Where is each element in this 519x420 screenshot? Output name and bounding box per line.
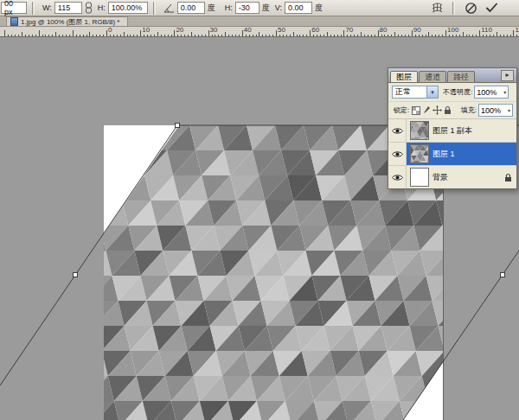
commit-transform-button[interactable] bbox=[483, 1, 500, 16]
fill-value: 100% bbox=[481, 106, 501, 115]
degree-unit-label: 度 bbox=[208, 3, 215, 14]
lock-image-icon[interactable] bbox=[421, 105, 432, 117]
document-icon bbox=[10, 17, 18, 26]
chevron-down-icon[interactable]: ▾ bbox=[506, 107, 512, 113]
blend-mode-select[interactable]: 正常 ▼ bbox=[392, 86, 439, 99]
layer-thumbnail[interactable] bbox=[410, 144, 429, 163]
opacity-label: 不透明度: bbox=[443, 87, 472, 97]
cancel-transform-button[interactable] bbox=[462, 1, 479, 16]
horizontal-ruler[interactable]: 0102030405060708090100110120 bbox=[0, 27, 519, 37]
separator bbox=[153, 2, 156, 15]
v-skew-field[interactable]: 0.00 bbox=[285, 2, 312, 14]
blend-options-row: 正常 ▼ 不透明度: 100% ▾ bbox=[388, 83, 516, 102]
layer-lock-icon bbox=[504, 173, 512, 182]
visibility-eye-icon[interactable] bbox=[388, 119, 407, 142]
layer-name[interactable]: 图层 1 bbox=[432, 149, 455, 160]
options-bar: 00 px W: 115 H: 100.00% 0.00 度 H: -30 度 … bbox=[0, 0, 519, 16]
panel-menu-button[interactable]: ▸ bbox=[501, 70, 514, 81]
fill-field[interactable]: 100% ▾ bbox=[478, 104, 513, 117]
width-label: W: bbox=[42, 3, 52, 12]
layer-thumbnail[interactable] bbox=[410, 121, 429, 140]
layer-row-background[interactable]: 背景 bbox=[388, 166, 516, 188]
document-tab-strip: 1.jpg @ 100% (图层 1, RGB/8) * bbox=[0, 16, 519, 27]
tab-layers[interactable]: 图层 bbox=[390, 71, 418, 82]
lock-label: 锁定: bbox=[394, 105, 409, 115]
width-field[interactable]: 115 bbox=[54, 2, 82, 14]
chevron-down-icon[interactable]: ▼ bbox=[426, 86, 438, 98]
rotate-field[interactable]: 0.00 bbox=[177, 2, 205, 14]
opacity-value: 100% bbox=[477, 88, 497, 97]
tab-channels[interactable]: 通道 bbox=[419, 71, 446, 82]
layer-row[interactable]: 图层 1 副本 bbox=[388, 119, 516, 143]
degree-unit-label: 度 bbox=[315, 3, 323, 14]
lock-position-icon[interactable] bbox=[432, 105, 442, 117]
height-label: H: bbox=[98, 3, 106, 12]
chevron-down-icon[interactable]: ▾ bbox=[502, 89, 508, 95]
lock-all-icon[interactable] bbox=[442, 105, 452, 117]
document-title: 1.jpg @ 100% (图层 1, RGB/8) * bbox=[21, 17, 119, 27]
document-tab[interactable]: 1.jpg @ 100% (图层 1, RGB/8) * bbox=[6, 16, 128, 26]
rotate-angle-icon bbox=[163, 3, 175, 13]
layer-row-selected[interactable]: 图层 1 bbox=[388, 143, 516, 166]
visibility-eye-icon[interactable] bbox=[388, 166, 407, 188]
height-field[interactable]: 100.00% bbox=[108, 2, 148, 14]
separator bbox=[32, 2, 35, 15]
link-dimensions-icon[interactable] bbox=[85, 2, 93, 14]
lock-transparency-icon[interactable] bbox=[411, 105, 421, 117]
fill-label: 填充: bbox=[461, 105, 477, 115]
layer-name[interactable]: 图层 1 副本 bbox=[432, 125, 472, 137]
degree-unit-label: 度 bbox=[262, 3, 270, 14]
warp-mode-button[interactable] bbox=[428, 1, 445, 16]
blend-mode-value: 正常 bbox=[393, 86, 426, 98]
y-position-field-partial[interactable]: 00 px bbox=[1, 2, 27, 14]
v-skew-label: V: bbox=[275, 3, 282, 12]
opacity-field[interactable]: 100% ▾ bbox=[474, 86, 509, 99]
layers-panel: 图层 通道 路径 ▸ 正常 ▼ 不透明度: 100% ▾ 锁定: 填充: 100… bbox=[388, 67, 517, 189]
visibility-eye-icon[interactable] bbox=[388, 143, 407, 165]
separator bbox=[452, 2, 455, 15]
tab-paths[interactable]: 路径 bbox=[447, 71, 475, 82]
layer-name[interactable]: 背景 bbox=[432, 172, 448, 183]
layer-thumbnail[interactable] bbox=[410, 168, 429, 187]
h-skew-label: H: bbox=[225, 3, 233, 12]
lock-options-row: 锁定: 填充: 100% ▾ bbox=[388, 102, 516, 119]
panel-tab-bar: 图层 通道 路径 ▸ bbox=[388, 68, 516, 83]
h-skew-field[interactable]: -30 bbox=[235, 2, 260, 14]
